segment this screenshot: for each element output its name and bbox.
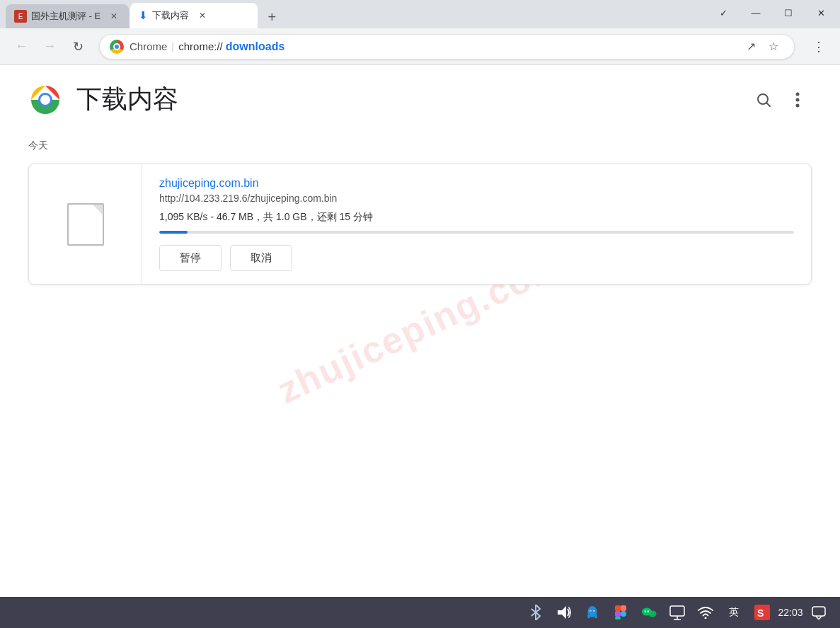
- clock-label: 22:03: [775, 607, 806, 618]
- svg-rect-24: [670, 606, 684, 616]
- tab-favicon-icon: E: [14, 10, 27, 23]
- notification-button[interactable]: [809, 603, 829, 622]
- address-text: Chrome | chrome://downloads: [130, 40, 284, 53]
- page-content: zhujiceping.com 下载内容: [0, 65, 840, 597]
- bookmark-button[interactable]: ☆: [763, 36, 784, 57]
- speaker-icon: [556, 605, 572, 620]
- svg-point-5: [796, 92, 800, 96]
- wifi-icon[interactable]: [696, 603, 715, 622]
- svg-point-27: [705, 617, 707, 620]
- download-filename-link[interactable]: zhujiceping.com.bin: [159, 177, 794, 190]
- address-separator: |: [171, 40, 174, 52]
- page-header-actions: [749, 86, 812, 114]
- qq-icon[interactable]: [582, 603, 602, 622]
- svg-rect-17: [615, 611, 621, 617]
- address-url-prefix: chrome://: [178, 40, 223, 52]
- tab-inactive[interactable]: E 国外主机测评 - E ✕: [6, 4, 129, 28]
- more-options-button[interactable]: [783, 86, 812, 114]
- download-actions: 暂停 取消: [159, 245, 794, 271]
- new-tab-button[interactable]: +: [260, 6, 283, 28]
- tab-active-close-button[interactable]: ✕: [196, 9, 209, 22]
- volume-icon[interactable]: [554, 603, 574, 622]
- svg-rect-15: [615, 605, 621, 611]
- chrome-logo-icon: [28, 83, 62, 117]
- tab-inactive-label: 国外主机测评 - E: [31, 10, 100, 23]
- download-status: 1,095 KB/s - 46.7 MB，共 1.0 GB，还剩 15 分钟: [159, 211, 794, 224]
- page-title: 下载内容: [76, 82, 178, 117]
- svg-point-22: [645, 610, 646, 612]
- svg-point-18: [621, 611, 626, 617]
- section-today-label: 今天: [28, 139, 812, 152]
- progress-bar: [159, 231, 794, 234]
- figma-icon[interactable]: [611, 603, 631, 622]
- svg-point-23: [648, 610, 649, 612]
- download-url: http://104.233.219.6/zhujiceping.com.bin: [159, 193, 794, 204]
- wifi-signal-icon: [698, 606, 713, 619]
- download-file-icon-area: [29, 164, 142, 284]
- tab-active[interactable]: ⬇ 下载内容 ✕: [130, 3, 258, 28]
- svg-point-14: [594, 611, 594, 612]
- navbar: ← → ↻ Chrome | chrome://downloads ↗ ☆ ⋮: [0, 28, 840, 65]
- taskbar: 英 S 22:03: [0, 597, 840, 628]
- share-button[interactable]: ↗: [740, 36, 761, 57]
- chrome-favicon-icon: [110, 40, 124, 54]
- notification-icon: [812, 605, 826, 620]
- minimize-button[interactable]: —: [740, 1, 772, 24]
- svg-rect-30: [812, 607, 825, 616]
- refresh-button[interactable]: ↻: [65, 34, 91, 59]
- page-header: 下载内容: [28, 82, 812, 117]
- download-item: zhujiceping.com.bin http://104.233.219.6…: [28, 164, 812, 285]
- file-type-icon: [67, 203, 104, 246]
- language-icon[interactable]: 英: [724, 603, 744, 622]
- svg-line-4: [767, 103, 771, 106]
- wechat-icon[interactable]: [639, 603, 659, 622]
- svg-text:S: S: [757, 607, 764, 619]
- browser-menu-button[interactable]: ⋮: [806, 34, 832, 59]
- svg-rect-19: [615, 617, 621, 620]
- qq-logo-icon: [584, 604, 601, 621]
- tab-active-label: 下载内容: [152, 9, 189, 22]
- close-button[interactable]: ✕: [805, 1, 837, 24]
- address-brand: Chrome: [130, 40, 167, 52]
- check-button[interactable]: ✓: [707, 1, 740, 24]
- display-icon[interactable]: [667, 603, 687, 622]
- tab-inactive-close-button[interactable]: ✕: [108, 10, 120, 23]
- window-controls: ✓ — ☐ ✕: [707, 1, 840, 28]
- progress-bar-fill: [159, 231, 188, 234]
- clock-area[interactable]: 22:03: [781, 603, 800, 622]
- address-url-path: downloads: [226, 40, 285, 53]
- language-label: 英: [729, 606, 739, 619]
- svg-marker-8: [558, 606, 566, 619]
- svg-point-21: [649, 611, 657, 617]
- forward-button[interactable]: →: [37, 34, 62, 59]
- svg-rect-16: [621, 605, 626, 611]
- figma-logo-icon: [613, 605, 628, 620]
- address-actions: ↗ ☆: [740, 36, 784, 57]
- input-method-icon[interactable]: S: [752, 603, 772, 622]
- titlebar: E 国外主机测评 - E ✕ ⬇ 下载内容 ✕ + ✓ — ☐ ✕: [0, 0, 840, 28]
- search-icon: [755, 91, 772, 108]
- back-button[interactable]: ←: [8, 34, 34, 59]
- svg-point-7: [796, 103, 800, 107]
- cancel-button[interactable]: 取消: [230, 245, 292, 271]
- monitor-icon: [669, 605, 685, 620]
- download-info-panel: zhujiceping.com.bin http://104.233.219.6…: [142, 164, 811, 284]
- bluetooth-icon[interactable]: [526, 603, 546, 622]
- restore-button[interactable]: ☐: [772, 1, 805, 24]
- sogou-icon: S: [754, 605, 770, 620]
- download-tab-icon: ⬇: [139, 9, 148, 22]
- address-bar[interactable]: Chrome | chrome://downloads ↗ ☆: [99, 34, 795, 59]
- more-vert-icon: [795, 91, 800, 108]
- wechat-logo-icon: [640, 605, 657, 620]
- pause-button[interactable]: 暂停: [159, 245, 221, 271]
- svg-point-6: [796, 98, 800, 101]
- svg-point-2: [40, 95, 50, 105]
- bluetooth-symbol-icon: [529, 605, 542, 620]
- search-icon-button[interactable]: [749, 86, 778, 114]
- svg-point-13: [590, 611, 591, 612]
